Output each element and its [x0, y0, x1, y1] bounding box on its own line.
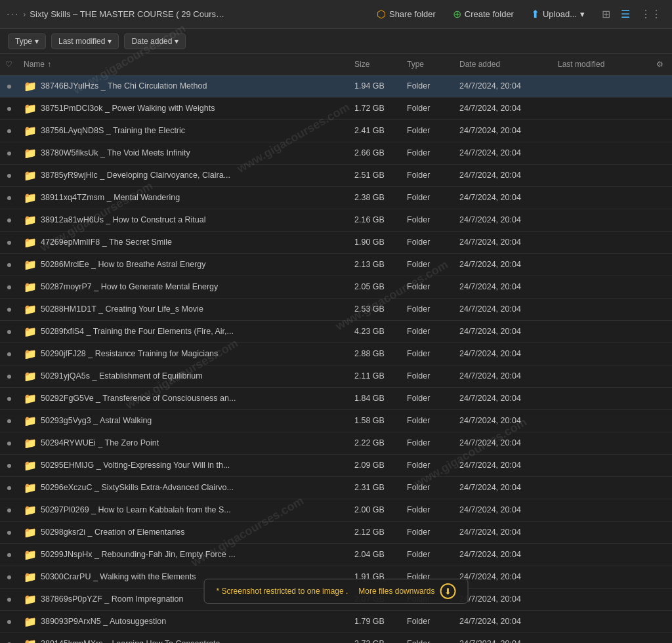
table-row[interactable]: 📁 38756LAyqND8S _ Training the Electric …	[0, 119, 672, 142]
dot-icon	[7, 553, 11, 557]
table-row[interactable]: 📁 389093P9ArxN5 _ Autosuggestion 1.79 GB…	[0, 610, 672, 633]
table-row[interactable]: 📁 38751PmDCl3ok _ Power Walking with Wei…	[0, 97, 672, 119]
type-filter-label: Type	[15, 37, 32, 46]
row-type: Folder	[402, 454, 454, 476]
tiles-view-button[interactable]: ⋮⋮	[637, 5, 665, 23]
upload-button[interactable]: ⬆ Upload... ▾	[524, 5, 591, 24]
table-row[interactable]: 📁 389145kmpMXrs _ Learning How To Concen…	[0, 633, 672, 643]
row-favorite[interactable]	[0, 499, 18, 521]
row-favorite[interactable]	[0, 186, 18, 209]
table-row[interactable]: 📁 38746BJYulHzs _ The Chi Circulation Me…	[0, 75, 672, 97]
table-row[interactable]: 📁 50287moyrP7 _ How to Generate Mental E…	[0, 276, 672, 298]
row-favorite[interactable]	[0, 231, 18, 253]
table-row[interactable]: 📁 50295EHMlJG _ Volting-Expressing Your …	[0, 454, 672, 476]
row-favorite[interactable]	[0, 164, 18, 186]
row-last-modified	[553, 521, 651, 543]
col-header-favorite: ♡	[0, 54, 18, 75]
row-favorite[interactable]	[0, 521, 18, 543]
col-header-date-added[interactable]: Date added	[454, 54, 553, 75]
create-folder-button[interactable]: ⊕ Create folder	[446, 5, 520, 24]
table-row[interactable]: 📁 50291yjQA5s _ Establishment of Equilib…	[0, 365, 672, 387]
table-row[interactable]: 📁 47269epMmlIF8 _ The Secret Smile 1.90 …	[0, 231, 672, 253]
folder-icon: 📁	[24, 482, 37, 494]
row-type: Folder	[402, 476, 454, 499]
folder-icon: 📁	[24, 325, 37, 338]
file-name-text: 50289fxfiS4 _ Training the Four Elements…	[41, 327, 234, 336]
col-header-name[interactable]: Name ↑	[18, 54, 349, 75]
col-header-type[interactable]: Type	[402, 54, 454, 75]
col-header-last-modified[interactable]: Last modified	[553, 54, 651, 75]
row-favorite[interactable]	[0, 209, 18, 231]
breadcrumb-chevron: ›	[23, 10, 26, 19]
type-filter-button[interactable]: Type ▾	[8, 33, 46, 49]
table-row[interactable]: 📁 50298gksr2i _ Creation of Elementaries…	[0, 521, 672, 543]
table-row[interactable]: 📁 50296eXczuC _ SixtySkills Extra-Advanc…	[0, 476, 672, 499]
table-row[interactable]: 📁 50293g5Vyg3 _ Astral Walking 1.58 GB F…	[0, 409, 672, 432]
row-name: 📁 38780W5flksUk _ The Void Meets Infinit…	[18, 142, 349, 164]
row-favorite[interactable]	[0, 610, 18, 633]
grid-view-button[interactable]: ⊞	[598, 5, 614, 23]
row-name: 📁 50297Pl0269 _ How to Learn Kabbalah fr…	[18, 499, 349, 521]
share-folder-button[interactable]: ⬡ Share folder	[370, 5, 442, 24]
row-last-modified	[553, 342, 651, 365]
row-last-modified	[553, 432, 651, 454]
table-header-row: ♡ Name ↑ Size Type Date added Last modif…	[0, 54, 672, 75]
date-added-filter-button[interactable]: Date added ▾	[124, 33, 186, 49]
table-row[interactable]: 📁 50286MrclEe _ How to Breathe Astral En…	[0, 253, 672, 276]
row-date-added: 24/7/2024, 20:04	[454, 499, 553, 521]
row-favorite[interactable]	[0, 387, 18, 409]
row-size: 1.90 GB	[349, 231, 402, 253]
row-actions	[651, 633, 672, 643]
row-date-added: 24/7/2024, 20:04	[454, 387, 553, 409]
row-favorite[interactable]	[0, 543, 18, 566]
table-row[interactable]: 📁 50290jfFJ28 _ Resistance Training for …	[0, 342, 672, 365]
row-last-modified	[553, 566, 651, 588]
row-favorite[interactable]	[0, 75, 18, 97]
table-row[interactable]: 📁 38911xq4TZmsm _ Mental Wandering 2.38 …	[0, 186, 672, 209]
row-type: Folder	[402, 164, 454, 186]
row-favorite[interactable]	[0, 588, 18, 610]
table-row[interactable]: 📁 38780W5flksUk _ The Void Meets Infinit…	[0, 142, 672, 164]
row-favorite[interactable]	[0, 276, 18, 298]
row-type: Folder	[402, 521, 454, 543]
last-modified-filter-button[interactable]: Last modified ▾	[51, 33, 119, 49]
row-favorite[interactable]	[0, 97, 18, 119]
row-type: Folder	[402, 387, 454, 409]
table-row[interactable]: 📁 50288HM1D1T _ Creating Your Life_s Mov…	[0, 298, 672, 320]
dot-icon	[7, 129, 11, 133]
table-row[interactable]: 📁 38785yR9wjHlc _ Developing Clairvoyanc…	[0, 164, 672, 186]
table-row[interactable]: 📁 50289fxfiS4 _ Training the Four Elemen…	[0, 320, 672, 342]
table-row[interactable]: 📁 50297Pl0269 _ How to Learn Kabbalah fr…	[0, 499, 672, 521]
table-row[interactable]: 📁 38912a81wH6Us _ How to Construct a Rit…	[0, 209, 672, 231]
row-name: 📁 50299JNspHx _ Rebounding-Fah Jin, Empt…	[18, 543, 349, 566]
col-header-size[interactable]: Size	[349, 54, 402, 75]
row-favorite[interactable]	[0, 566, 18, 588]
row-favorite[interactable]	[0, 142, 18, 164]
row-favorite[interactable]	[0, 633, 18, 643]
row-type: Folder	[402, 276, 454, 298]
row-actions	[651, 365, 672, 387]
row-favorite[interactable]	[0, 320, 18, 342]
row-favorite[interactable]	[0, 365, 18, 387]
row-favorite[interactable]	[0, 409, 18, 432]
row-last-modified	[553, 320, 651, 342]
row-favorite[interactable]	[0, 454, 18, 476]
row-type: Folder	[402, 186, 454, 209]
col-header-settings[interactable]: ⚙	[651, 54, 672, 75]
row-favorite[interactable]	[0, 119, 18, 142]
row-favorite[interactable]	[0, 253, 18, 276]
breadcrumb-area: ··· › Sixty Skills – THE MASTER COURSE (…	[7, 9, 365, 20]
share-folder-label: Share folder	[389, 9, 436, 19]
table-row[interactable]: 📁 50292FgG5Ve _ Transference of Consciou…	[0, 387, 672, 409]
table-row[interactable]: 📁 50299JNspHx _ Rebounding-Fah Jin, Empt…	[0, 543, 672, 566]
row-favorite[interactable]	[0, 476, 18, 499]
row-favorite[interactable]	[0, 298, 18, 320]
row-name: 📁 50291yjQA5s _ Establishment of Equilib…	[18, 365, 349, 387]
row-last-modified	[553, 499, 651, 521]
row-actions	[651, 231, 672, 253]
dots-menu-icon[interactable]: ···	[7, 9, 19, 20]
table-row[interactable]: 📁 50294RYWUEi _ The Zero Point 2.22 GB F…	[0, 432, 672, 454]
row-favorite[interactable]	[0, 342, 18, 365]
list-view-button[interactable]: ☰	[617, 5, 634, 23]
row-favorite[interactable]	[0, 432, 18, 454]
